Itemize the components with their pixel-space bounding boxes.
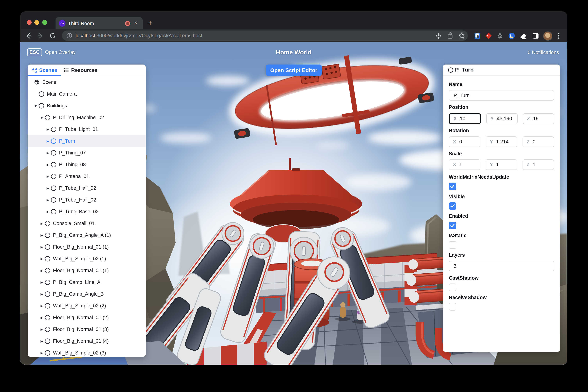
expand-arrow-icon[interactable]: ▸ — [38, 326, 45, 332]
expand-arrow-icon[interactable]: ▸ — [38, 268, 45, 274]
tree-item[interactable]: ▸ Console_Small_01 — [28, 218, 146, 229]
object-circle-icon — [51, 150, 56, 156]
rotation-x-input[interactable]: X 0 — [449, 136, 480, 147]
expand-arrow-icon[interactable]: ▸ — [45, 174, 51, 179]
tree-item[interactable]: ▸ Floor_Big_Normal_01 (2) — [28, 312, 146, 324]
open-script-editor-button[interactable]: Open Script Editor — [266, 64, 322, 76]
browser-tab[interactable]: ∞ Third Room × — [56, 17, 143, 30]
profile-avatar[interactable] — [543, 32, 552, 41]
scale-x-input[interactable]: X 1 — [449, 160, 480, 170]
password-manager-extension-icon[interactable] — [473, 32, 481, 40]
tree-item[interactable]: Scene — [28, 76, 146, 88]
tree-item[interactable]: ▸ P_Tube_Light_01 — [28, 123, 146, 135]
inspector-header: P_Turn — [443, 64, 560, 76]
world-title: Home World — [20, 49, 567, 56]
forward-icon[interactable] — [36, 32, 44, 40]
side-panel-icon[interactable] — [532, 32, 540, 40]
tab-resources[interactable]: Resources — [64, 64, 98, 76]
tab-scenes[interactable]: Scenes — [28, 64, 61, 76]
tree-item[interactable]: ▸ Wall_Big_Simple_02 (2) — [28, 300, 146, 312]
position-z-input[interactable]: Z 19 — [523, 113, 554, 124]
layers-input[interactable]: 3 — [449, 261, 554, 271]
site-info-icon[interactable] — [66, 32, 73, 39]
minimize-window-button[interactable] — [34, 20, 39, 25]
expand-arrow-icon[interactable]: ▾ — [32, 103, 39, 109]
tree-item[interactable]: ▸ Floor_Big_Normal_01 (4) — [28, 335, 146, 347]
red-diamond-extension-icon[interactable] — [485, 32, 493, 40]
browser-menu-icon[interactable] — [555, 32, 563, 40]
close-window-button[interactable] — [27, 20, 32, 25]
fullscreen-window-button[interactable] — [42, 20, 47, 25]
rotation-inputs: X 0 Y 1.214 Z 0 — [449, 136, 554, 147]
expand-arrow-icon[interactable]: ▸ — [38, 280, 45, 285]
visible-checkbox[interactable] — [449, 202, 456, 210]
expand-arrow-icon[interactable]: ▸ — [45, 197, 51, 203]
receive-shadow-checkbox[interactable] — [449, 303, 456, 310]
recycle-extension-icon[interactable] — [496, 32, 504, 40]
tree-item-label: Main Camera — [47, 91, 77, 97]
expand-arrow-icon[interactable]: ▸ — [45, 150, 51, 156]
tree-item[interactable]: ▾ Buildings — [28, 100, 146, 112]
tree-item[interactable]: ▾ P_Drilling_Machine_02 — [28, 112, 146, 123]
expand-arrow-icon[interactable]: ▾ — [38, 115, 45, 120]
tree-item[interactable]: ▸ P_Thing_08 — [28, 159, 146, 170]
new-tab-button[interactable]: + — [148, 19, 152, 27]
tree-item[interactable]: ▸ P_Big_Camp_Line_A — [28, 276, 146, 288]
expand-arrow-icon[interactable]: ▸ — [38, 338, 45, 344]
dark-mode-extension-icon[interactable] — [508, 32, 516, 40]
tree-item[interactable]: ▸ P_Thing_07 — [28, 147, 146, 159]
tree-item[interactable]: ▸ Floor_Big_Normal_01 (1) — [28, 264, 146, 276]
tree-item[interactable]: ▸ P_Big_Camp_Angle_B — [28, 288, 146, 300]
rotation-z-input[interactable]: Z 0 — [522, 136, 554, 147]
tree-item[interactable]: ▸ Wall_Big_Simple_02 (3) — [28, 347, 146, 357]
close-tab-icon[interactable]: × — [134, 20, 138, 26]
tree-item[interactable]: ▸ Wall_Big_Simple_02 (1) — [28, 253, 146, 264]
position-label: Position — [449, 104, 468, 110]
is-static-checkbox[interactable] — [449, 241, 456, 249]
tree-item[interactable]: ▸ Floor_Big_Normal_01 (1) — [28, 241, 146, 253]
object-circle-icon — [39, 103, 44, 108]
tree-item[interactable]: ▸ P_Turn — [28, 135, 146, 147]
address-bar[interactable]: localhost:3000/world/!vjrzmTVOcyIsLgaAkA… — [62, 30, 468, 41]
enabled-checkbox[interactable] — [449, 222, 456, 229]
back-icon[interactable] — [24, 32, 32, 40]
expand-arrow-icon[interactable]: ▸ — [38, 244, 45, 250]
share-icon[interactable] — [446, 32, 454, 40]
expand-arrow-icon[interactable]: ▸ — [45, 138, 51, 144]
expand-arrow-icon[interactable]: ▸ — [38, 232, 45, 238]
extensions-puzzle-icon[interactable] — [520, 32, 528, 40]
reload-icon[interactable] — [48, 32, 57, 40]
world-viewport[interactable]: ESC Open Overlay Home World 0 Notificati… — [20, 42, 567, 364]
expand-arrow-icon[interactable]: ▸ — [45, 126, 51, 132]
world-matrix-checkbox[interactable] — [449, 182, 456, 190]
cast-shadow-checkbox[interactable] — [449, 284, 456, 291]
microphone-icon[interactable] — [434, 32, 442, 40]
tree-item[interactable]: ▸ P_Tube_Half_02 — [28, 194, 146, 206]
position-y-input[interactable]: Y 43.190 — [486, 113, 518, 124]
tree-item[interactable]: Main Camera — [28, 88, 146, 100]
tree-item[interactable]: ▸ P_Big_Camp_Angle_A (1) — [28, 229, 146, 241]
object-circle-icon — [45, 268, 50, 273]
bookmark-star-icon[interactable] — [458, 32, 466, 40]
scale-y-input[interactable]: Y 1 — [486, 160, 517, 170]
expand-arrow-icon[interactable]: ▸ — [38, 303, 45, 309]
tree-item[interactable]: ▸ P_Tube_Half_02 — [28, 182, 146, 194]
rotation-y-input[interactable]: Y 1.214 — [486, 136, 517, 147]
tree-item[interactable]: ▸ P_Tube_Base_02 — [28, 206, 146, 218]
object-circle-icon — [51, 174, 56, 179]
object-circle-icon — [45, 115, 50, 120]
expand-arrow-icon[interactable]: ▸ — [38, 315, 45, 320]
name-input[interactable]: P_Turn — [449, 90, 554, 100]
tree-item[interactable]: ▸ P_Antena_01 — [28, 170, 146, 182]
expand-arrow-icon[interactable]: ▸ — [45, 162, 51, 168]
browser-toolbar: localhost:3000/world/!vjrzmTVOcyIsLgaAkA… — [20, 30, 567, 42]
expand-arrow-icon[interactable]: ▸ — [38, 256, 45, 262]
tree-item[interactable]: ▸ Floor_Big_Normal_01 (3) — [28, 324, 146, 335]
position-x-input[interactable]: X 10 — [449, 113, 481, 124]
expand-arrow-icon[interactable]: ▸ — [38, 350, 45, 356]
expand-arrow-icon[interactable]: ▸ — [45, 185, 51, 191]
scale-z-input[interactable]: Z 1 — [522, 160, 554, 170]
expand-arrow-icon[interactable]: ▸ — [38, 291, 45, 297]
expand-arrow-icon[interactable]: ▸ — [45, 209, 51, 214]
expand-arrow-icon[interactable]: ▸ — [38, 221, 45, 226]
